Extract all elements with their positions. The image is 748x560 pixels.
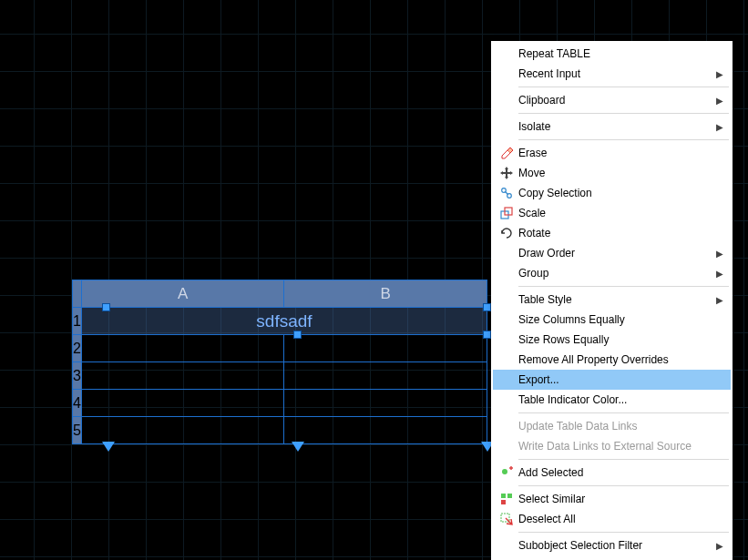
menu-copy-selection[interactable]: Copy Selection bbox=[493, 183, 731, 203]
menu-table-indicator-color[interactable]: Table Indicator Color... bbox=[493, 390, 731, 410]
chevron-right-icon: ▶ bbox=[716, 269, 723, 279]
table-corner-cell[interactable] bbox=[73, 280, 82, 308]
menu-label: Select Similar bbox=[518, 493, 714, 505]
menu-label: Isolate bbox=[518, 120, 714, 133]
menu-write-data-links: Write Data Links to External Source bbox=[493, 436, 731, 456]
row-number[interactable]: 1 bbox=[73, 308, 82, 335]
row-number[interactable]: 2 bbox=[73, 335, 82, 362]
menu-subobject-selection-filter[interactable]: Subobject Selection Filter ▶ bbox=[493, 535, 731, 555]
menu-deselect-all[interactable]: Deselect All bbox=[493, 509, 731, 529]
menu-label: Subobject Selection Filter bbox=[518, 539, 714, 552]
svg-rect-6 bbox=[507, 494, 512, 498]
menu-table-style[interactable]: Table Style ▶ bbox=[493, 290, 731, 310]
table-row[interactable]: 1 sdfsadf bbox=[73, 308, 487, 335]
chevron-right-icon: ▶ bbox=[716, 96, 723, 106]
menu-label: Size Rows Equally bbox=[518, 333, 714, 346]
selection-grip[interactable] bbox=[293, 331, 302, 339]
menu-label: Rotate bbox=[518, 227, 714, 239]
copy-selection-icon bbox=[495, 186, 518, 200]
chevron-right-icon: ▶ bbox=[716, 541, 723, 551]
menu-move[interactable]: Move bbox=[493, 163, 731, 183]
table-cell[interactable] bbox=[284, 417, 487, 444]
menu-label: Erase bbox=[518, 147, 714, 159]
menu-export[interactable]: Export... bbox=[493, 370, 731, 390]
svg-rect-5 bbox=[501, 494, 506, 498]
table-cell[interactable] bbox=[81, 362, 284, 390]
menu-separator bbox=[518, 485, 729, 486]
menu-select-similar[interactable]: Select Similar bbox=[493, 489, 731, 509]
move-icon bbox=[495, 166, 518, 180]
table-row[interactable]: 3 bbox=[73, 362, 487, 390]
row-number[interactable]: 4 bbox=[73, 390, 82, 417]
column-header-a[interactable]: A bbox=[81, 280, 284, 308]
svg-rect-7 bbox=[501, 500, 506, 504]
menu-group[interactable]: Group ▶ bbox=[493, 263, 731, 283]
select-similar-icon bbox=[495, 492, 518, 506]
menu-label: Repeat TABLE bbox=[518, 47, 714, 60]
menu-label: Move bbox=[518, 167, 714, 179]
title-cell[interactable]: sdfsadf bbox=[81, 308, 487, 335]
table-cell[interactable] bbox=[284, 335, 487, 362]
table-cell[interactable] bbox=[284, 390, 487, 417]
menu-separator bbox=[518, 113, 729, 114]
menu-erase[interactable]: Erase bbox=[493, 143, 731, 163]
menu-scale[interactable]: Scale bbox=[493, 203, 731, 223]
menu-label: Copy Selection bbox=[518, 187, 714, 199]
scale-icon bbox=[495, 206, 518, 220]
menu-label: Table Indicator Color... bbox=[518, 393, 714, 406]
menu-draw-order[interactable]: Draw Order ▶ bbox=[493, 243, 731, 263]
menu-label: Clipboard bbox=[518, 94, 714, 107]
selection-grip[interactable] bbox=[483, 303, 491, 311]
row-number[interactable]: 3 bbox=[73, 362, 82, 390]
menu-label: Size Columns Equally bbox=[518, 313, 714, 326]
table-row[interactable]: 5 bbox=[73, 417, 487, 444]
menu-label: Write Data Links to External Source bbox=[518, 440, 714, 453]
menu-separator bbox=[518, 139, 729, 140]
menu-repeat[interactable]: Repeat TABLE bbox=[493, 44, 731, 64]
table-row[interactable]: 4 bbox=[73, 390, 487, 417]
resize-arrow-icon[interactable] bbox=[292, 442, 304, 452]
menu-remove-property-overrides[interactable]: Remove All Property Overrides bbox=[493, 350, 731, 370]
menu-separator bbox=[518, 532, 729, 533]
menu-separator bbox=[518, 459, 729, 460]
chevron-right-icon: ▶ bbox=[716, 249, 723, 259]
menu-clipboard[interactable]: Clipboard ▶ bbox=[493, 90, 731, 110]
rotate-icon bbox=[495, 226, 518, 240]
table-cell[interactable] bbox=[284, 362, 487, 390]
menu-label: Scale bbox=[518, 207, 714, 219]
menu-label: Table Style bbox=[518, 293, 714, 306]
menu-label: Deselect All bbox=[518, 513, 714, 525]
table-cell[interactable] bbox=[81, 335, 284, 362]
menu-label: Update Table Data Links bbox=[518, 420, 714, 433]
menu-update-table-data-links: Update Table Data Links bbox=[493, 416, 731, 436]
menu-label: Group bbox=[518, 267, 714, 280]
cad-table[interactable]: A B 1 sdfsadf 2 3 4 bbox=[72, 280, 487, 444]
svg-point-4 bbox=[502, 469, 507, 474]
menu-size-columns-equally[interactable]: Size Columns Equally bbox=[493, 310, 731, 330]
chevron-right-icon: ▶ bbox=[716, 295, 723, 305]
menu-size-rows-equally[interactable]: Size Rows Equally bbox=[493, 330, 731, 350]
table-row[interactable]: 2 bbox=[73, 335, 487, 362]
column-header-b[interactable]: B bbox=[284, 280, 487, 308]
menu-recent-input[interactable]: Recent Input ▶ bbox=[493, 64, 731, 84]
selection-grip[interactable] bbox=[483, 331, 491, 339]
menu-separator bbox=[518, 412, 729, 413]
menu-rotate[interactable]: Rotate bbox=[493, 223, 731, 243]
menu-add-selected[interactable]: Add Selected bbox=[493, 463, 731, 483]
row-number[interactable]: 5 bbox=[73, 417, 82, 444]
menu-label: Remove All Property Overrides bbox=[518, 353, 714, 366]
table-cell[interactable] bbox=[81, 390, 284, 417]
table-cell[interactable] bbox=[81, 417, 284, 444]
menu-label: Recent Input bbox=[518, 67, 714, 80]
column-header-row[interactable]: A B bbox=[73, 280, 487, 308]
menu-isolate[interactable]: Isolate ▶ bbox=[493, 117, 731, 137]
menu-separator bbox=[518, 87, 729, 87]
add-selected-icon bbox=[495, 465, 518, 480]
resize-arrow-icon[interactable] bbox=[102, 442, 115, 452]
chevron-right-icon: ▶ bbox=[716, 122, 723, 132]
menu-label: Export... bbox=[518, 373, 714, 386]
menu-label: Add Selected bbox=[518, 466, 714, 479]
menu-label: Draw Order bbox=[518, 247, 714, 260]
selection-grip[interactable] bbox=[102, 303, 110, 311]
chevron-right-icon: ▶ bbox=[716, 69, 723, 79]
